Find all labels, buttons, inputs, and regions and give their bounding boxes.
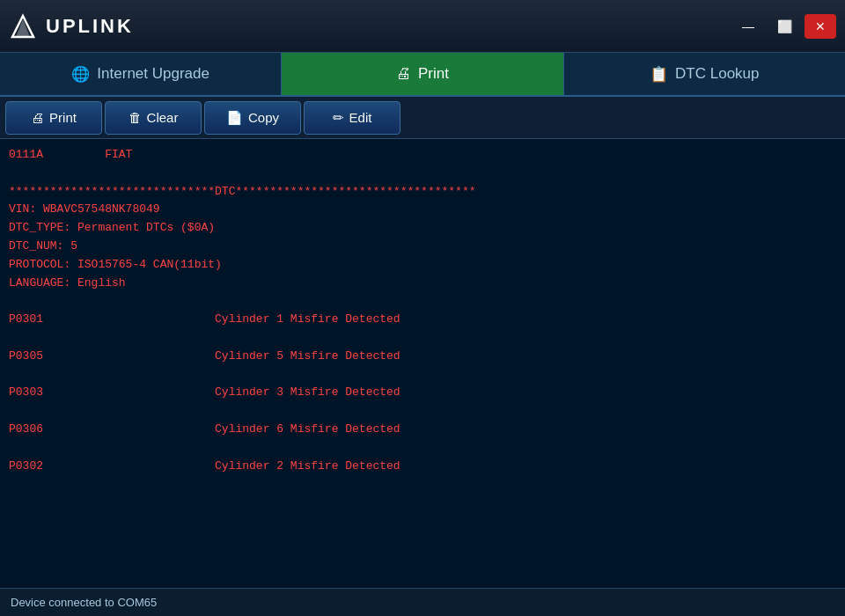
titlebar-controls: — ⬜ ✕ xyxy=(732,14,836,39)
print-button-icon: 🖨 xyxy=(31,110,44,125)
print-tab-icon: 🖨 xyxy=(396,65,411,83)
clear-button-label: Clear xyxy=(147,110,179,125)
toolbar: 🖨 Print 🗑 Clear 📄 Copy ✏ Edit xyxy=(0,97,845,139)
tab-dtc-lookup-label: DTC Lookup xyxy=(675,65,759,83)
tab-dtc-lookup[interactable]: 📋 DTC Lookup xyxy=(564,53,845,95)
print-button[interactable]: 🖨 Print xyxy=(5,101,102,135)
edit-button-label: Edit xyxy=(349,110,372,125)
app-title: UPLINK xyxy=(46,15,134,38)
clear-button-icon: 🗑 xyxy=(129,110,142,125)
tab-print[interactable]: 🖨 Print xyxy=(282,53,563,95)
content-text: 0111A FIAT *****************************… xyxy=(9,146,836,475)
print-button-label: Print xyxy=(49,110,77,125)
maximize-button[interactable]: ⬜ xyxy=(768,14,800,39)
text-display[interactable]: 0111A FIAT *****************************… xyxy=(0,139,845,588)
content-area: 0111A FIAT *****************************… xyxy=(0,139,845,588)
tab-internet-upgrade-label: Internet Upgrade xyxy=(97,65,209,83)
edit-button-icon: ✏ xyxy=(333,110,344,126)
internet-upgrade-icon: 🌐 xyxy=(71,65,90,84)
tab-internet-upgrade[interactable]: 🌐 Internet Upgrade xyxy=(0,53,282,95)
copy-button[interactable]: 📄 Copy xyxy=(204,101,301,135)
clear-button[interactable]: 🗑 Clear xyxy=(105,101,202,135)
close-button[interactable]: ✕ xyxy=(805,14,836,39)
tabbar: 🌐 Internet Upgrade 🖨 Print 📋 DTC Lookup xyxy=(0,53,845,97)
tab-print-label: Print xyxy=(418,65,449,83)
statusbar: Device connected to COM65 xyxy=(0,588,845,616)
edit-button[interactable]: ✏ Edit xyxy=(304,101,400,135)
titlebar: UPLINK — ⬜ ✕ xyxy=(0,0,845,53)
status-text: Device connected to COM65 xyxy=(11,596,157,609)
copy-button-icon: 📄 xyxy=(226,110,243,126)
minimize-button[interactable]: — xyxy=(732,14,764,39)
dtc-lookup-icon: 📋 xyxy=(650,65,668,84)
svg-marker-1 xyxy=(16,19,30,37)
titlebar-left: UPLINK xyxy=(9,12,134,40)
logo-icon xyxy=(9,12,37,40)
copy-button-label: Copy xyxy=(248,110,279,125)
